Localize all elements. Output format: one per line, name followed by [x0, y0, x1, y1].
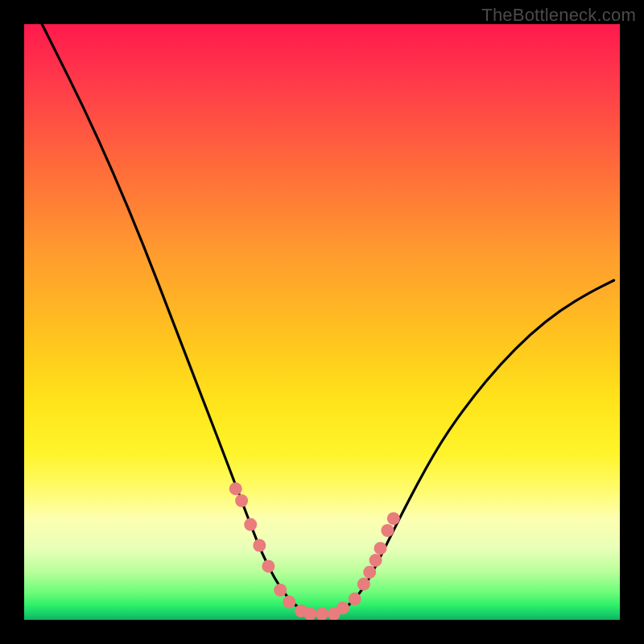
marker-group	[229, 482, 400, 620]
curve-marker	[274, 584, 287, 597]
curve-marker	[316, 608, 328, 620]
bottleneck-curve	[42, 24, 613, 614]
curve-marker	[262, 559, 275, 572]
curve-marker	[349, 592, 361, 605]
curve-marker	[229, 482, 242, 495]
plot-area	[24, 24, 620, 620]
curve-marker	[381, 524, 394, 537]
curve-marker	[235, 494, 248, 507]
curve-marker	[369, 554, 382, 567]
curve-marker	[336, 601, 349, 614]
chart-svg	[24, 24, 620, 620]
chart-frame: TheBottleneck.com	[0, 0, 644, 644]
watermark-text: TheBottleneck.com	[481, 5, 636, 26]
curve-marker	[363, 566, 376, 579]
curve-marker	[357, 578, 370, 591]
curve-marker	[374, 542, 387, 555]
curve-marker	[387, 512, 400, 525]
curve-marker	[244, 518, 257, 531]
curve-marker	[303, 608, 316, 620]
curve-marker	[253, 539, 266, 552]
curve-marker	[283, 596, 295, 609]
